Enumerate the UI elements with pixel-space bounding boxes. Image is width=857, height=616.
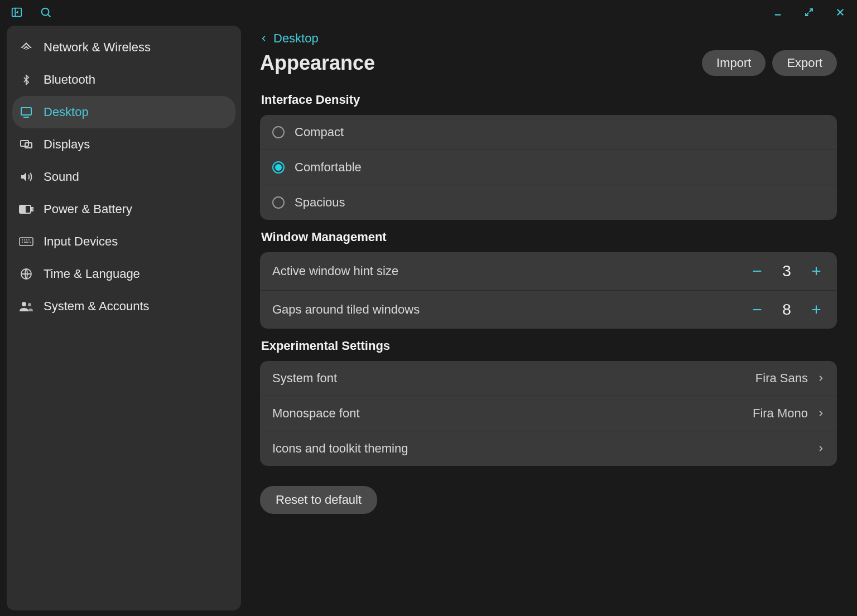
radio-label: Spacious [295, 195, 345, 210]
svg-rect-8 [20, 238, 33, 246]
breadcrumb-label: Desktop [273, 31, 319, 46]
displays-icon [18, 136, 35, 153]
sidebar-item-label: Bluetooth [44, 73, 95, 87]
sidebar-item-label: Input Devices [44, 234, 118, 249]
desktop-icon [18, 104, 35, 121]
row-label: Icons and toolkit theming [272, 441, 408, 456]
chevron-left-icon [260, 33, 268, 44]
chevron-right-icon [817, 443, 825, 454]
sidebar-item-label: Sound [44, 170, 79, 184]
main-content: Desktop Appearance Import Export Interfa… [254, 26, 850, 610]
density-option-comfortable[interactable]: Comfortable [260, 150, 837, 185]
svg-rect-2 [21, 108, 31, 115]
row-monospace-font[interactable]: Monospace font Fira Mono [260, 396, 837, 431]
svg-rect-7 [21, 206, 25, 212]
chevron-right-icon [817, 408, 825, 419]
chevron-right-icon [817, 373, 825, 384]
import-button[interactable]: Import [702, 50, 765, 76]
collapse-sidebar-icon[interactable] [9, 4, 25, 20]
decrement-button[interactable]: − [749, 263, 765, 280]
close-icon[interactable] [832, 4, 848, 20]
minimize-icon[interactable] [770, 4, 786, 20]
radio-icon [272, 126, 285, 138]
sidebar-item-input[interactable]: Input Devices [12, 225, 235, 258]
maximize-icon[interactable] [801, 4, 817, 20]
row-label: Gaps around tiled windows [272, 302, 420, 317]
wifi-icon [18, 39, 35, 56]
breadcrumb[interactable]: Desktop [260, 31, 319, 46]
sidebar-item-system[interactable]: System & Accounts [12, 290, 235, 323]
bluetooth-icon [18, 71, 35, 88]
radio-icon [272, 196, 285, 209]
experimental-panel: System font Fira Sans Monospace font Fir… [260, 361, 837, 466]
sidebar-item-bluetooth[interactable]: Bluetooth [12, 64, 235, 96]
sidebar-item-desktop[interactable]: Desktop [12, 96, 235, 128]
keyboard-icon [18, 233, 35, 250]
row-value: Fira Mono [753, 406, 808, 421]
decrement-button[interactable]: − [749, 301, 765, 318]
density-panel: Compact Comfortable Spacious [260, 115, 837, 220]
row-gaps: Gaps around tiled windows − 8 + [260, 291, 837, 329]
window-management-panel: Active window hint size − 3 + Gaps aroun… [260, 252, 837, 329]
row-system-font[interactable]: System font Fira Sans [260, 361, 837, 396]
row-label: Monospace font [272, 406, 360, 421]
sidebar: Network & Wireless Bluetooth Desktop Dis… [7, 26, 241, 610]
hint-size-stepper: − 3 + [749, 262, 825, 280]
titlebar [7, 6, 850, 26]
density-option-spacious[interactable]: Spacious [260, 185, 837, 220]
row-hint-size: Active window hint size − 3 + [260, 252, 837, 291]
gaps-stepper: − 8 + [749, 301, 825, 319]
sidebar-item-label: Desktop [44, 105, 89, 119]
increment-button[interactable]: + [808, 301, 825, 318]
stepper-value: 3 [781, 262, 792, 280]
radio-label: Comfortable [295, 160, 362, 175]
sidebar-item-label: Power & Battery [44, 202, 132, 216]
sidebar-item-label: Network & Wireless [44, 40, 151, 55]
sidebar-item-time[interactable]: Time & Language [12, 258, 235, 290]
power-icon [18, 201, 35, 218]
page-title: Appearance [260, 51, 375, 75]
sidebar-item-network[interactable]: Network & Wireless [12, 31, 235, 64]
radio-label: Compact [295, 125, 344, 139]
svg-rect-6 [31, 208, 33, 211]
increment-button[interactable]: + [808, 263, 825, 280]
density-option-compact[interactable]: Compact [260, 115, 837, 150]
sidebar-item-displays[interactable]: Displays [12, 128, 235, 161]
radio-icon [272, 161, 285, 174]
users-icon [18, 298, 35, 315]
section-title-experimental: Experimental Settings [261, 339, 837, 353]
globe-icon [18, 266, 35, 282]
sound-icon [18, 169, 35, 185]
section-title-window: Window Management [261, 230, 837, 244]
search-icon[interactable] [38, 4, 54, 20]
sidebar-item-label: Time & Language [44, 267, 140, 281]
reset-button[interactable]: Reset to default [260, 486, 377, 514]
sidebar-item-power[interactable]: Power & Battery [12, 193, 235, 225]
sidebar-item-label: Displays [44, 137, 90, 152]
row-label: System font [272, 371, 337, 386]
stepper-value: 8 [781, 301, 792, 319]
svg-point-1 [42, 8, 49, 16]
export-button[interactable]: Export [772, 50, 837, 76]
svg-point-10 [22, 302, 26, 306]
section-title-density: Interface Density [261, 93, 837, 107]
sidebar-item-sound[interactable]: Sound [12, 161, 235, 193]
row-icons-theming[interactable]: Icons and toolkit theming [260, 431, 837, 466]
svg-point-11 [28, 303, 31, 306]
row-value: Fira Sans [755, 371, 808, 386]
row-label: Active window hint size [272, 264, 398, 278]
sidebar-item-label: System & Accounts [44, 299, 150, 314]
